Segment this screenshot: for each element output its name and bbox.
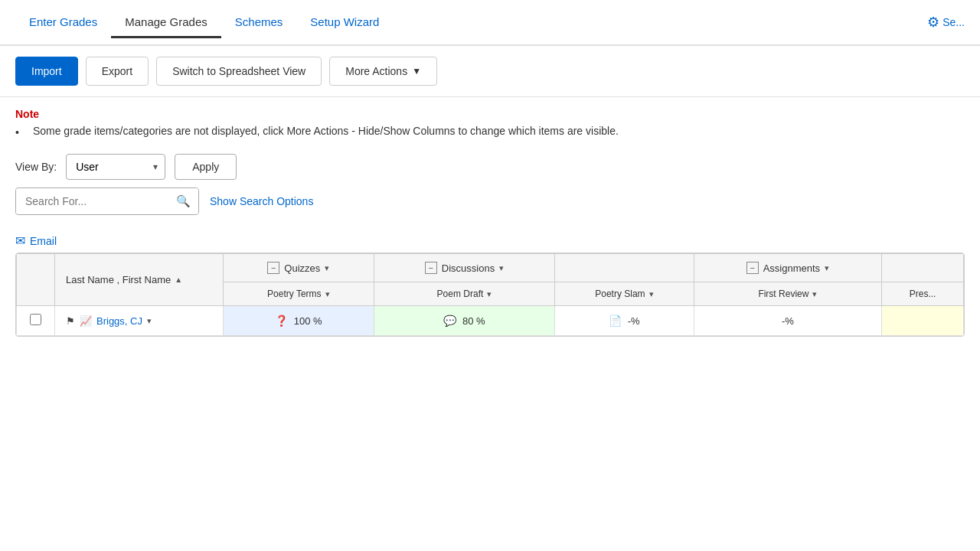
pres-label: Pres... [910,289,936,299]
sort-name-label: Last Name , First Name [66,274,171,285]
more-actions-button[interactable]: More Actions ▼ [329,57,437,86]
th-checkbox [17,254,55,306]
student-name-cell: ⚑ 📈 Briggs, CJ ▾ [55,306,224,336]
email-row: ✉ Email [0,226,980,253]
tab-setup-wizard[interactable]: Setup Wizard [296,8,393,38]
quiz-grade-cell: ❓ 100 % [224,306,374,336]
bullet-dot: • [15,126,19,139]
gear-icon: ⚙ [927,14,939,31]
assignments-group-label: Assignments [763,262,820,274]
th-name: Last Name , First Name ▲ [55,254,224,306]
search-icon-button[interactable]: 🔍 [168,188,198,214]
quiz-grade-value: 100 % [294,315,322,327]
settings-label: Se... [942,16,965,28]
search-input[interactable] [16,189,168,214]
pres-grade-cell [882,306,964,336]
th-poetry-slam: Poetry Slam ▾ [555,282,694,306]
grades-table: Last Name , First Name ▲ − Quizzes ▾ − D… [16,253,964,336]
th-discussions-group: − Discussions ▾ [374,254,555,282]
tab-manage-grades[interactable]: Manage Grades [111,8,221,38]
tab-enter-grades[interactable]: Enter Grades [15,8,111,38]
toolbar: Import Export Switch to Spreadsheet View… [0,46,980,97]
note-section: Note • Some grade items/categories are n… [0,97,980,143]
poetry-terms-label: Poetry Terms [267,289,321,299]
th-collapse-disc-icon[interactable]: − [425,262,437,274]
note-text: Some grade items/categories are not disp… [33,125,619,137]
note-label: Note [15,108,965,120]
chevron-down-icon: ▼ [412,66,421,77]
th-first-review: First Review ▾ [694,282,882,306]
export-button[interactable]: Export [86,57,149,86]
email-link[interactable]: Email [30,235,57,247]
tab-schemes[interactable]: Schemes [221,8,297,38]
th-poem-draft: Poem Draft ▾ [374,282,555,306]
search-box: 🔍 [15,187,199,215]
first-review-grade-value: -% [782,315,794,327]
chart-icon: 📈 [80,315,92,327]
apply-button[interactable]: Apply [175,154,237,180]
search-icon: 🔍 [176,194,191,207]
poem-draft-label: Poem Draft [437,289,484,299]
poetry-slam-grade-value: -‌% [628,315,640,327]
top-navigation: Enter Grades Manage Grades Schemes Setup… [0,0,980,46]
first-review-grade-cell: -% [694,306,882,336]
view-by-select[interactable]: User Group Section [66,154,165,180]
assignments-chevron-icon[interactable]: ▾ [825,263,829,273]
import-button[interactable]: Import [15,57,78,86]
first-review-chevron-icon[interactable]: ▾ [812,289,817,299]
student-name-link[interactable]: Briggs, CJ [96,315,142,327]
disc-grade-cell: 💬 80 % [374,306,555,336]
table-row: ⚑ 📈 Briggs, CJ ▾ ❓ 100 % 💬 80 % 📄 -‌ [17,306,964,336]
th-assignments-group: − Assignments ▾ [694,254,882,282]
poetry-slam-grade-cell: 📄 -‌% [555,306,694,336]
quizzes-chevron-icon[interactable]: ▾ [325,263,329,273]
th-pres: Pres... [882,282,964,306]
disc-grade-icon: 💬 [443,315,456,327]
row-checkbox-cell [17,306,55,336]
view-by-label: View By: [15,161,57,173]
settings-area[interactable]: ⚙ Se... [927,14,965,31]
poetry-terms-chevron-icon[interactable]: ▾ [325,289,330,299]
view-by-select-wrap: User Group Section ▾ [66,154,165,180]
discussions-chevron-icon[interactable]: ▾ [499,263,504,273]
th-quizzes-group: − Quizzes ▾ [224,254,374,282]
th-collapse-quizzes-icon[interactable]: − [267,262,279,274]
student-dropdown-icon[interactable]: ▾ [147,316,152,326]
th-poetry-slam-group [555,254,694,282]
grades-table-wrapper: Last Name , First Name ▲ − Quizzes ▾ − D… [15,253,965,337]
poem-draft-chevron-icon[interactable]: ▾ [487,289,492,299]
poetry-slam-grade-icon: 📄 [609,315,622,327]
th-pres-group [882,254,964,282]
flag-icon: ⚑ [66,315,75,327]
poetry-slam-label: Poetry Slam [595,289,645,299]
poetry-slam-chevron-icon[interactable]: ▾ [649,289,654,299]
th-collapse-assign-icon[interactable]: − [746,262,759,274]
quizzes-group-label: Quizzes [284,262,320,274]
table-group-header-row: Last Name , First Name ▲ − Quizzes ▾ − D… [17,254,964,282]
sort-arrow-icon: ▲ [175,276,182,284]
filter-section: View By: User Group Section ▾ Apply 🔍 Sh… [0,143,980,226]
discussions-group-label: Discussions [442,262,495,274]
disc-grade-value: 80 % [462,315,485,327]
first-review-label: First Review [758,289,808,299]
row-checkbox[interactable] [30,314,41,325]
quiz-grade-icon: ❓ [275,315,288,327]
show-search-options-link[interactable]: Show Search Options [210,195,313,207]
th-poetry-terms: Poetry Terms ▾ [224,282,374,306]
switch-spreadsheet-button[interactable]: Switch to Spreadsheet View [156,57,322,86]
email-icon: ✉ [15,233,25,248]
